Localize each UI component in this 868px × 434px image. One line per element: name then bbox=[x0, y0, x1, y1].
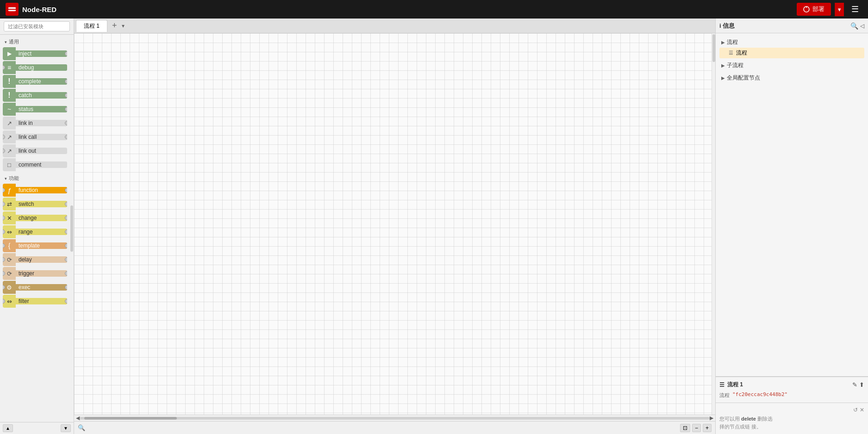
range-output-port bbox=[65, 229, 67, 234]
inject-icon: ▶ bbox=[3, 47, 16, 60]
catch-icon: ! bbox=[3, 89, 16, 102]
tree-subflows-header[interactable]: ▶ 子流程 bbox=[719, 60, 864, 71]
hint-close-btn[interactable]: ✕ bbox=[860, 407, 864, 413]
flow-id-row: 流程 "fc20eccac9c448b2" bbox=[719, 391, 864, 399]
hscroll-right-btn[interactable]: ▶ bbox=[710, 415, 713, 421]
hscroll-thumb[interactable] bbox=[84, 417, 177, 420]
tree-flow-item-icon: ☰ bbox=[729, 50, 733, 56]
flow-id-label: 流程 bbox=[719, 391, 730, 399]
node-function[interactable]: ƒ function bbox=[3, 184, 67, 197]
canvas-hscrollbar: ◀ ▶ bbox=[74, 415, 715, 421]
info-panel-actions: 🔍 ◁ bbox=[850, 22, 864, 30]
node-link-in[interactable]: ↗ link in bbox=[3, 117, 67, 130]
tree-flows-header[interactable]: ▶ 流程 bbox=[719, 37, 864, 48]
catch-output-port bbox=[65, 93, 67, 98]
inject-label: inject bbox=[16, 50, 67, 57]
deploy-button[interactable]: 部署 bbox=[797, 3, 831, 16]
tree-section-flows: ▶ 流程 ☰ 流程 bbox=[719, 37, 864, 58]
hscroll-track[interactable] bbox=[80, 417, 710, 420]
hamburger-menu-button[interactable]: ☰ bbox=[848, 2, 862, 16]
canvas-vscroll[interactable] bbox=[712, 33, 715, 415]
header-right: 部署 ▾ ☰ bbox=[797, 2, 862, 16]
palette-scroll-down-btn[interactable]: ▼ bbox=[61, 424, 71, 432]
node-change[interactable]: ✕ change bbox=[3, 211, 67, 224]
node-delay[interactable]: ⟳ delay bbox=[3, 253, 67, 266]
tree-flow-item[interactable]: ☰ 流程 bbox=[719, 48, 864, 58]
canvas-search-icon[interactable]: 🔍 bbox=[78, 424, 85, 431]
zoom-in-button[interactable]: + bbox=[703, 424, 712, 432]
node-catch[interactable]: ! catch bbox=[3, 89, 67, 102]
linkout-label: link out bbox=[16, 148, 67, 154]
function-label: function bbox=[16, 187, 67, 193]
tab-bar: 流程 1 + ▾ bbox=[74, 19, 715, 33]
tree-section-global-config: ▶ 全局配置节点 bbox=[719, 73, 864, 83]
node-template[interactable]: { template bbox=[3, 239, 67, 252]
status-label: status bbox=[16, 106, 67, 112]
linkin-label: link in bbox=[16, 120, 67, 126]
node-debug[interactable]: ≡ debug bbox=[3, 61, 67, 74]
node-range[interactable]: ⇔ range bbox=[3, 225, 67, 238]
linkcall-label: link call bbox=[16, 134, 67, 140]
change-output-port bbox=[65, 216, 67, 220]
deploy-dropdown-button[interactable]: ▾ bbox=[835, 3, 844, 16]
tab-dropdown-button[interactable]: ▾ bbox=[120, 23, 126, 29]
flow-info-header: ☰ 流程 1 ✎ ⬆ bbox=[719, 381, 864, 389]
category-general-arrow: ▾ bbox=[5, 40, 7, 44]
filter-label: filter bbox=[16, 298, 67, 304]
node-filter[interactable]: ⇔ filter bbox=[3, 295, 67, 308]
node-link-out[interactable]: ↗ link out bbox=[3, 144, 67, 157]
node-exec[interactable]: ⚙ exec bbox=[3, 281, 67, 294]
node-link-call[interactable]: ↗ link call bbox=[3, 130, 67, 143]
tree-global-config-header[interactable]: ▶ 全局配置节点 bbox=[719, 73, 864, 83]
flow-id-value: "fc20eccac9c448b2" bbox=[732, 391, 787, 397]
category-function-header[interactable]: ▾ 功能 bbox=[3, 173, 67, 183]
canvas-area: 流程 1 + ▾ ◀ ▶ 🔍 ⊡ − bbox=[74, 19, 715, 434]
flow-info-section: ☰ 流程 1 ✎ ⬆ 流程 "fc20eccac9c448b2" bbox=[716, 377, 868, 403]
node-inject[interactable]: ▶ inject bbox=[3, 47, 67, 60]
tab-flow1[interactable]: 流程 1 bbox=[76, 20, 107, 32]
flow-info-actions: ✎ ⬆ bbox=[852, 381, 864, 388]
tree-flows-arrow: ▶ bbox=[721, 40, 725, 45]
hint-refresh-btn[interactable]: ↺ bbox=[853, 407, 858, 413]
header: Node-RED 部署 ▾ ☰ bbox=[0, 0, 868, 19]
delay-output-port bbox=[65, 257, 67, 262]
category-function: ▾ 功能 ƒ function ⇄ switch bbox=[3, 173, 67, 308]
debug-label: debug bbox=[16, 64, 67, 71]
node-list: ▾ 通用 ▶ inject ≡ debug ! bbox=[0, 35, 70, 422]
palette-search-input[interactable] bbox=[4, 21, 70, 31]
tree-flow-item-label: 流程 bbox=[736, 49, 747, 57]
flow-canvas[interactable] bbox=[74, 33, 712, 415]
node-complete[interactable]: ! complete bbox=[3, 75, 67, 88]
node-trigger[interactable]: ⟳ trigger bbox=[3, 267, 67, 280]
palette-search-bar bbox=[0, 19, 74, 35]
hint-header: ↺ ✕ bbox=[719, 407, 864, 413]
tree-global-config-arrow: ▶ bbox=[721, 75, 725, 81]
zoom-fit-button[interactable]: ⊡ bbox=[680, 424, 690, 432]
info-panel-collapse-button[interactable]: ◁ bbox=[860, 22, 864, 30]
palette-scrollbar bbox=[70, 35, 74, 422]
zoom-out-button[interactable]: − bbox=[692, 424, 701, 432]
palette-scroll-thumb[interactable] bbox=[70, 205, 73, 252]
flow-info-export-btn[interactable]: ⬆ bbox=[859, 381, 864, 388]
canvas-bottom-toolbar: 🔍 ⊡ − + bbox=[74, 421, 715, 434]
tree-global-config-label: 全局配置节点 bbox=[727, 74, 760, 82]
info-search-button[interactable]: 🔍 bbox=[850, 22, 858, 30]
comment-icon: □ bbox=[3, 158, 16, 171]
flow-info-edit-btn[interactable]: ✎ bbox=[852, 381, 857, 388]
catch-label: catch bbox=[16, 92, 67, 99]
category-function-label: 功能 bbox=[9, 175, 19, 182]
change-label: change bbox=[16, 215, 67, 221]
linkin-icon: ↗ bbox=[3, 117, 16, 130]
hscroll-left-btn[interactable]: ◀ bbox=[76, 415, 80, 421]
switch-label: switch bbox=[16, 201, 67, 207]
canvas-search: 🔍 bbox=[78, 424, 85, 431]
palette-scroll-up-btn[interactable]: ▲ bbox=[3, 424, 13, 432]
category-general-label: 通用 bbox=[9, 38, 19, 45]
node-status[interactable]: ~ status bbox=[3, 103, 67, 116]
function-output-port bbox=[65, 188, 67, 192]
node-comment[interactable]: □ comment bbox=[3, 158, 67, 171]
tab-add-button[interactable]: + bbox=[109, 21, 120, 31]
canvas-vscroll-thumb[interactable] bbox=[712, 34, 715, 62]
node-switch[interactable]: ⇄ switch bbox=[3, 198, 67, 211]
category-general-header[interactable]: ▾ 通用 bbox=[3, 37, 67, 46]
